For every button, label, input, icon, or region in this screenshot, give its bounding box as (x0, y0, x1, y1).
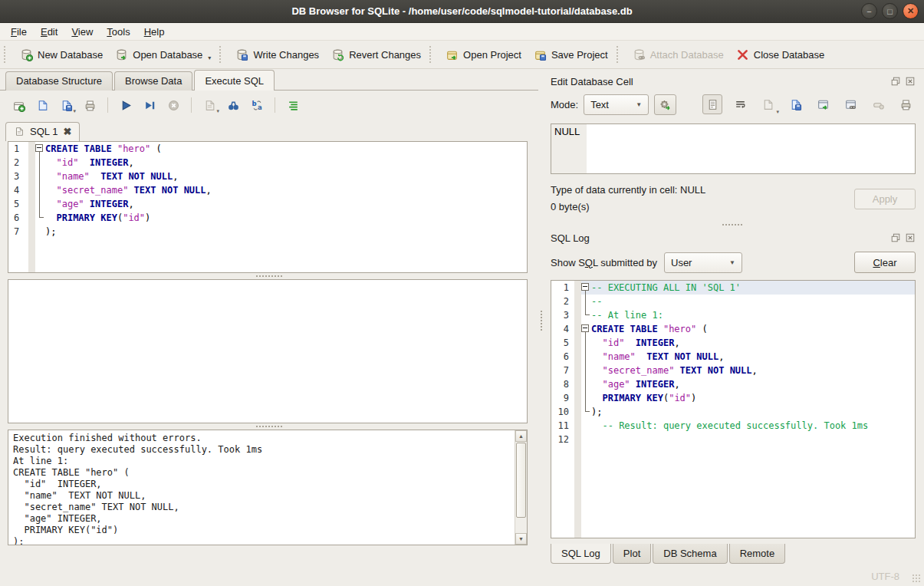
clear-button[interactable]: Clear (854, 252, 916, 273)
sql-tab[interactable]: SQL 1 ✖ (5, 122, 80, 141)
scroll-up-icon[interactable]: ▲ (515, 430, 527, 442)
find-replace-button[interactable]: ba (248, 97, 265, 114)
new-sql-tab-button[interactable] (10, 97, 27, 114)
save-sql-file-button[interactable]: ▾ (58, 97, 74, 114)
open-project-button[interactable]: Open Project (439, 45, 528, 64)
open-in-external-button[interactable] (813, 94, 833, 114)
chevron-down-icon: ▼ (723, 259, 742, 266)
code-text: "age" INTEGER, (45, 197, 527, 211)
results-pane[interactable] (8, 279, 528, 423)
fold-guide (35, 211, 45, 225)
tab-execute-sql[interactable]: Execute SQL (194, 70, 275, 91)
fold-toggle-icon[interactable] (581, 322, 591, 336)
dock-splitter[interactable] (547, 220, 917, 229)
export-data-button[interactable] (785, 94, 805, 114)
mode-select[interactable]: Text ▼ (584, 94, 649, 115)
right-dock: Edit Database Cell Mode: Text ▼ ▾ NULL T… (544, 69, 924, 566)
revert-changes-label: Revert Changes (349, 49, 421, 61)
text-mode-button[interactable] (702, 94, 722, 114)
minimize-button[interactable]: − (861, 3, 877, 19)
execute-current-line-button[interactable] (141, 97, 158, 114)
submitted-by-select[interactable]: User ▼ (664, 252, 742, 273)
code-line: 4 "secret_name" TEXT NOT NULL, (8, 183, 527, 197)
menu-help[interactable]: Help (137, 24, 172, 40)
print-cell-button[interactable] (896, 94, 916, 114)
fold-toggle-icon[interactable] (35, 142, 45, 156)
menu-view[interactable]: View (64, 24, 100, 40)
tab-browse-data[interactable]: Browse Data (114, 71, 192, 91)
fold-guide (581, 419, 591, 433)
code-line: 9 PRIMARY KEY("id") (551, 391, 915, 405)
fold-guide (581, 308, 591, 322)
dock-tab-sql-log[interactable]: SQL Log (551, 544, 611, 564)
maximize-button[interactable]: □ (882, 3, 898, 19)
copy-link-button[interactable] (840, 94, 860, 114)
float-dock-icon[interactable] (890, 232, 901, 243)
open-database-button[interactable]: Open Database▾ (109, 45, 217, 64)
float-dock-icon[interactable] (890, 76, 901, 87)
dock-tab-remote[interactable]: Remote (729, 544, 786, 564)
tab-database-structure[interactable]: Database Structure (5, 71, 113, 91)
line-number: 2 (8, 156, 28, 170)
scrollbar-thumb[interactable] (516, 443, 526, 518)
line-number: 1 (551, 281, 574, 295)
cell-editor[interactable]: NULL (551, 123, 916, 174)
db-new-icon (20, 48, 33, 61)
auto-mode-button[interactable] (654, 94, 676, 115)
dropdown-caret-icon[interactable]: ▾ (216, 108, 219, 114)
close-dock-icon[interactable] (905, 232, 916, 243)
code-text: "name" TEXT NOT NULL, (45, 170, 527, 183)
edit-cell-title: Edit Database Cell (551, 76, 890, 87)
cell-size-info: 0 byte(s) (551, 199, 854, 216)
save-project-button[interactable]: Save Project (528, 45, 614, 64)
left-panel: Database StructureBrowse DataExecute SQL… (0, 69, 538, 566)
code-line: 4CREATE TABLE "hero" ( (551, 322, 915, 336)
word-wrap-button[interactable] (730, 94, 750, 114)
code-text: ); (591, 405, 915, 419)
main-toolbar: New DatabaseOpen Database▾Write ChangesR… (0, 41, 924, 69)
main-tab-bar: Database StructureBrowse DataExecute SQL (0, 69, 538, 90)
dropdown-caret-icon[interactable]: ▾ (73, 108, 76, 114)
editor-results-splitter[interactable] (0, 273, 538, 279)
find-button[interactable] (225, 97, 242, 114)
code-line: 6 "name" TEXT NOT NULL, (551, 350, 915, 364)
menu-edit[interactable]: Edit (34, 24, 64, 40)
code-text: -- Result: query executed successfully. … (591, 419, 915, 433)
code-line: 3 "name" TEXT NOT NULL, (8, 170, 527, 183)
menu-file[interactable]: File (4, 24, 34, 40)
execute-all-button[interactable] (117, 97, 134, 114)
dock-tab-db-schema[interactable]: DB Schema (653, 544, 727, 564)
code-text: ); (45, 225, 527, 239)
db-revert-icon (331, 48, 344, 61)
new-database-button[interactable]: New Database (14, 45, 109, 64)
vertical-scrollbar: ▲ ▼ (515, 430, 527, 545)
print-button[interactable] (81, 97, 98, 114)
write-changes-button[interactable]: Write Changes (229, 45, 325, 64)
line-number: 9 (551, 391, 574, 405)
close-tab-icon[interactable]: ✖ (63, 126, 71, 137)
fold-guide (35, 197, 45, 211)
execution-message-text[interactable]: Execution finished without errors. Resul… (8, 430, 515, 545)
revert-changes-button[interactable]: Revert Changes (325, 45, 427, 64)
filter-label: Show SQL submitted by (551, 257, 657, 268)
resize-grip[interactable] (911, 573, 921, 583)
panel-splitter[interactable] (538, 69, 544, 566)
close-dock-icon[interactable] (905, 76, 916, 87)
menu-tools[interactable]: Tools (100, 24, 136, 40)
fold-toggle-icon[interactable] (581, 281, 591, 295)
format-sql-button[interactable] (284, 97, 301, 114)
code-line: 1-- EXECUTING ALL IN 'SQL 1' (551, 281, 915, 295)
dropdown-caret-icon[interactable]: ▾ (208, 54, 211, 61)
scroll-down-icon[interactable]: ▼ (515, 533, 527, 545)
close-button[interactable]: ✕ (903, 3, 919, 19)
dock-tab-plot[interactable]: Plot (613, 544, 651, 564)
close-database-button[interactable]: Close Database (730, 45, 831, 64)
new-database-label: New Database (38, 49, 103, 61)
line-number: 4 (551, 322, 574, 336)
sql-code-editor[interactable]: 1CREATE TABLE "hero" (2 "id" INTEGER,3 "… (8, 141, 528, 273)
menubar: FileEditViewToolsHelp (0, 23, 924, 41)
sql-log-editor[interactable]: 1-- EXECUTING ALL IN 'SQL 1'2--3-- At li… (551, 280, 916, 538)
results-log-splitter[interactable] (0, 423, 538, 430)
open-sql-file-button[interactable] (34, 97, 51, 114)
execution-message-pane: Execution finished without errors. Resul… (8, 430, 528, 545)
